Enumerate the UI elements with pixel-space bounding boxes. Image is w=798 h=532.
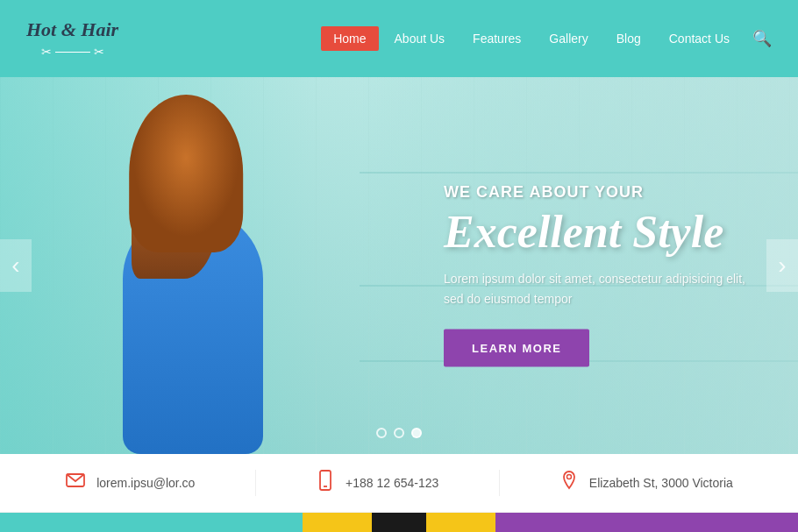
bottom-section: Color Menu Cuts Menu bbox=[0, 513, 798, 532]
slider-next-button[interactable]: › bbox=[766, 239, 798, 292]
bottom-person-thumbnail bbox=[351, 513, 447, 532]
chevron-right-icon: › bbox=[778, 253, 786, 278]
location-icon bbox=[559, 470, 579, 496]
nav-item-about[interactable]: About Us bbox=[382, 26, 458, 51]
info-email: lorem.ipsu@lor.co bbox=[65, 470, 195, 496]
logo-line bbox=[55, 52, 90, 53]
logo: Hot & Hair ✂ ✂ bbox=[26, 18, 118, 59]
slider-prev-button[interactable]: ‹ bbox=[0, 239, 32, 292]
hero-content: WE CARE ABOUT YOUR Excellent Style Lorem… bbox=[444, 183, 745, 367]
scissors-right-icon: ✂ bbox=[94, 45, 104, 59]
hero-title: Excellent Style bbox=[444, 207, 745, 257]
phone-icon bbox=[316, 470, 335, 496]
hero-subtitle: WE CARE ABOUT YOUR bbox=[444, 183, 745, 202]
info-divider-2 bbox=[499, 470, 500, 496]
scissors-left-icon: ✂ bbox=[41, 45, 52, 59]
slider-dots bbox=[376, 428, 422, 438]
header: Hot & Hair ✂ ✂ Home About Us Features Ga… bbox=[0, 0, 798, 77]
bottom-center-image bbox=[303, 513, 495, 532]
bottom-color-menu: Color Menu bbox=[0, 513, 303, 532]
info-address: Elizabeth St, 3000 Victoria bbox=[559, 470, 733, 496]
info-bar: lorem.ipsu@lor.co +188 12 654-123 Elizab… bbox=[0, 454, 798, 513]
chevron-left-icon: ‹ bbox=[11, 253, 19, 278]
hero-desc-line1: Lorem ipsum dolor sit amet, consectetur … bbox=[444, 272, 745, 286]
info-phone: +188 12 654-123 bbox=[316, 470, 438, 496]
learn-more-button[interactable]: LEARN MORE bbox=[444, 329, 589, 366]
slider-dot-2[interactable] bbox=[394, 428, 404, 438]
info-divider-1 bbox=[255, 470, 256, 496]
slider-dot-3[interactable] bbox=[411, 428, 422, 438]
nav-item-gallery[interactable]: Gallery bbox=[537, 26, 600, 51]
nav-item-blog[interactable]: Blog bbox=[604, 26, 653, 51]
logo-scissors: ✂ ✂ bbox=[41, 45, 104, 59]
hero-slider: WE CARE ABOUT YOUR Excellent Style Lorem… bbox=[0, 77, 798, 454]
nav-item-contact[interactable]: Contact Us bbox=[657, 26, 742, 51]
nav-item-home[interactable]: Home bbox=[321, 26, 378, 51]
main-nav: Home About Us Features Gallery Blog Cont… bbox=[321, 26, 772, 51]
svg-point-3 bbox=[566, 475, 571, 479]
address-text: Elizabeth St, 3000 Victoria bbox=[589, 476, 733, 490]
hero-person bbox=[53, 86, 333, 454]
slider-dot-1[interactable] bbox=[376, 428, 387, 438]
person-hair-top bbox=[129, 95, 243, 252]
email-icon bbox=[65, 470, 86, 496]
email-text: lorem.ipsu@lor.co bbox=[96, 476, 195, 490]
phone-text: +188 12 654-123 bbox=[346, 476, 438, 490]
hero-desc-line2: sed do eiusmod tempor bbox=[444, 291, 572, 305]
nav-item-features[interactable]: Features bbox=[460, 26, 533, 51]
thumb-hair bbox=[372, 513, 426, 532]
hero-description: Lorem ipsum dolor sit amet, consectetur … bbox=[444, 269, 745, 309]
search-icon[interactable]: 🔍 bbox=[752, 29, 772, 48]
bottom-cuts-menu: Cuts Menu bbox=[495, 513, 798, 532]
logo-text: Hot & Hair bbox=[26, 18, 118, 41]
